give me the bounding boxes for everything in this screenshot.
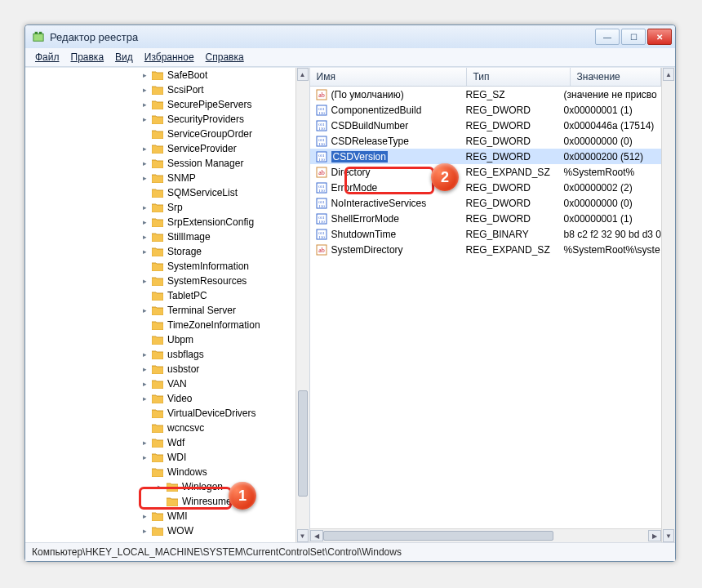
tree-node[interactable]: ▸WMI	[25, 509, 282, 523]
value-row[interactable]: 011110ShutdownTimeREG_BINARYb8 c2 f2 32 …	[310, 226, 661, 242]
folder-icon	[151, 466, 164, 478]
col-name[interactable]: Имя	[310, 68, 467, 86]
tree-node[interactable]: Ubpm	[25, 332, 282, 347]
expand-icon[interactable]: ▸	[140, 350, 149, 359]
value-row[interactable]: 011110CSDReleaseTypeREG_DWORD0x00000000 …	[310, 133, 661, 149]
tree-node[interactable]: ▸SecurePipeServers	[25, 97, 282, 112]
tree-node[interactable]: ▸ServiceProvider	[25, 141, 282, 156]
values-list[interactable]: ab(По умолчанию)REG_SZ(значение не присв…	[310, 87, 661, 528]
tree-node[interactable]: ▸SystemResources	[25, 274, 282, 288]
tree-node[interactable]: ▸usbstor	[25, 362, 282, 376]
svg-text:110: 110	[318, 127, 325, 131]
expand-icon[interactable]: ▸	[140, 203, 149, 212]
tree-node-label: Windows	[167, 466, 207, 478]
expand-icon[interactable]: ▸	[140, 71, 149, 79]
expand-icon[interactable]: ▸	[140, 439, 149, 447]
tree-node[interactable]: ▸Session Manager	[25, 156, 282, 171]
value-row[interactable]: 011110CSDVersionREG_DWORD0x00000200 (512…	[310, 149, 661, 164]
tree-node[interactable]: ServiceGroupOrder	[25, 127, 282, 141]
expand-icon[interactable]: ▸	[140, 365, 149, 373]
expand-icon[interactable]: ▸	[140, 394, 149, 403]
list-vscrollbar[interactable]: ▲ ▼	[661, 68, 675, 542]
tree-node[interactable]: ▸usbflags	[25, 347, 282, 362]
value-row[interactable]: ab(По умолчанию)REG_SZ(значение не присв…	[310, 87, 661, 102]
tree-node-label: SQMServiceList	[167, 187, 238, 198]
menu-help[interactable]: Справка	[201, 50, 249, 65]
expand-icon[interactable]: ▸	[140, 100, 149, 109]
tree-node-label: SNMP	[167, 172, 196, 184]
menu-view[interactable]: Вид	[110, 50, 138, 65]
tree-node[interactable]: ▸StillImage	[25, 229, 282, 244]
col-value[interactable]: Значение	[571, 68, 661, 86]
tree-node[interactable]: Windows	[25, 465, 282, 479]
tree-node[interactable]: ▸ScsiPort	[25, 82, 282, 97]
value-data: %SystemRoot%	[562, 167, 661, 178]
expand-icon[interactable]: ▸	[140, 174, 149, 182]
menu-edit[interactable]: Правка	[66, 50, 109, 65]
maximize-button[interactable]: ☐	[621, 29, 646, 45]
tree-node[interactable]: ▸SecurityProviders	[25, 112, 282, 127]
tree-node[interactable]: ▸Terminal Server	[25, 303, 282, 318]
expand-icon[interactable]: ▸	[140, 247, 149, 256]
menu-file[interactable]: Файл	[30, 50, 64, 65]
scroll-down-button[interactable]: ▼	[663, 529, 674, 542]
expand-icon[interactable]: ▸	[140, 115, 149, 123]
tree-node[interactable]: SystemInformation	[25, 259, 282, 274]
expand-icon[interactable]: ▸	[140, 277, 149, 285]
tree-vscrollbar[interactable]: ▲ ▼	[295, 68, 309, 542]
tree-node[interactable]: TabletPC	[25, 288, 282, 303]
tree-node[interactable]: ▸WDI	[25, 450, 282, 465]
value-row[interactable]: 011110ComponentizedBuildREG_DWORD0x00000…	[310, 102, 661, 118]
expand-icon[interactable]: ▸	[140, 145, 149, 153]
close-button[interactable]: ✕	[647, 29, 672, 45]
tree-node[interactable]: ▸Video	[25, 391, 282, 406]
expand-icon[interactable]: ▸	[140, 233, 149, 241]
list-header[interactable]: Имя Тип Значение	[310, 68, 661, 87]
binary-value-icon: 011110	[315, 119, 328, 132]
tree-node[interactable]: ▸Storage	[25, 244, 282, 259]
tree-node[interactable]: ▸Srp	[25, 200, 282, 215]
tree-node[interactable]: ▸VAN	[25, 376, 282, 391]
expand-icon[interactable]: ▸	[140, 86, 149, 94]
tree-node[interactable]: ▸SNMP	[25, 171, 282, 185]
binary-value-icon: 011110	[315, 181, 328, 194]
expand-icon[interactable]: ▸	[140, 527, 149, 535]
tree-node-label: SecurePipeServers	[167, 99, 251, 110]
minimize-button[interactable]: —	[595, 29, 620, 45]
expand-icon[interactable]: ▸	[140, 453, 149, 461]
expand-icon[interactable]: ▸	[140, 218, 149, 226]
menu-fav[interactable]: Избранное	[140, 50, 199, 65]
value-data: 0x00000000 (0)	[562, 198, 661, 209]
col-type[interactable]: Тип	[467, 68, 571, 86]
scroll-left-button[interactable]: ◀	[310, 530, 323, 541]
tree-node[interactable]: ▸SafeBoot	[25, 68, 282, 82]
expand-icon[interactable]: ▸	[140, 159, 149, 167]
value-row[interactable]: 011110NoInteractiveServicesREG_DWORD0x00…	[310, 195, 661, 211]
tree-node[interactable]: ▸SrpExtensionConfig	[25, 215, 282, 229]
expand-icon[interactable]: ▸	[140, 512, 149, 520]
scroll-down-button[interactable]: ▼	[297, 529, 309, 542]
tree-node[interactable]: SQMServiceList	[25, 185, 282, 200]
tree-node[interactable]: ▸Wdf	[25, 435, 282, 450]
expand-icon[interactable]: ▸	[140, 306, 149, 314]
value-row[interactable]: 011110CSDBuildNumberREG_DWORD0x0000446a …	[310, 118, 661, 133]
list-hscrollbar[interactable]: ◀ ▶	[310, 528, 661, 542]
svg-text:110: 110	[318, 204, 325, 208]
tree-node[interactable]: wcncsvc	[25, 421, 282, 435]
scroll-up-button[interactable]: ▲	[663, 68, 674, 81]
tree-node[interactable]: TimeZoneInformation	[25, 318, 282, 332]
scroll-right-button[interactable]: ▶	[648, 530, 661, 541]
binary-value-icon: 011110	[315, 104, 328, 117]
tree-node[interactable]: VirtualDeviceDrivers	[25, 406, 282, 421]
value-row[interactable]: abSystemDirectoryREG_EXPAND_SZ%SystemRoo…	[310, 242, 661, 257]
expand-icon[interactable]: ▸	[140, 380, 149, 388]
value-row[interactable]: 011110ShellErrorModeREG_DWORD0x00000001 …	[310, 211, 661, 226]
tree-node[interactable]: ▸WOW	[25, 523, 282, 538]
folder-icon	[151, 158, 164, 169]
scroll-up-button[interactable]: ▲	[297, 68, 309, 81]
titlebar[interactable]: Редактор реестра — ☐ ✕	[25, 25, 675, 48]
tree-scroll-thumb[interactable]	[298, 390, 308, 497]
registry-tree[interactable]: ▸SafeBoot▸ScsiPort▸SecurePipeServers▸Sec…	[25, 68, 295, 542]
list-hscroll-thumb[interactable]	[323, 531, 553, 541]
tree-node-label: Srp	[167, 202, 183, 213]
